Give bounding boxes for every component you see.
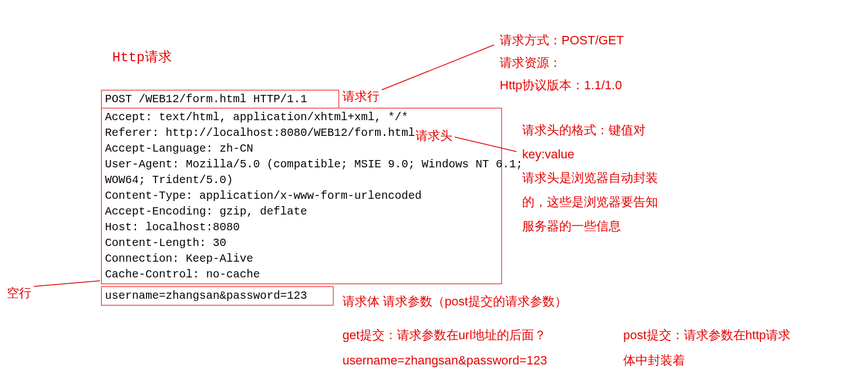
request-body-label: 请求体 请求参数（post提交的请求参数）: [342, 292, 567, 311]
req-method-line2: 请求资源：: [500, 53, 561, 72]
header-fmt-line2: key:value: [522, 145, 574, 163]
request-line-label: 请求行: [342, 87, 380, 106]
http-request-diagram: Http请求 POST /WEB12/form.html HTTP/1.1 请求…: [0, 0, 868, 383]
diagram-title: Http请求: [112, 48, 172, 68]
header-fmt-line1: 请求头的格式：键值对: [522, 121, 646, 139]
get-note-line1: get提交：请求参数在url地址的后面？: [342, 326, 546, 344]
empty-line-label: 空行: [7, 284, 31, 302]
request-line-box: POST /WEB12/form.html HTTP/1.1: [101, 90, 339, 109]
header-fmt-line3: 请求头是浏览器自动封装: [522, 168, 658, 187]
svg-line-2: [34, 281, 100, 286]
header-fmt-line4: 的，这些是浏览器要告知: [522, 193, 658, 211]
header-fmt-line5: 服务器的一些信息: [522, 217, 621, 235]
get-note-line2: username=zhangsan&password=123: [342, 351, 547, 370]
request-body-box: username=zhangsan&password=123: [101, 286, 334, 306]
req-method-line1: 请求方式：POST/GET: [500, 31, 624, 49]
req-method-line3: Http协议版本：1.1/1.0: [500, 76, 622, 94]
svg-line-0: [382, 45, 494, 90]
post-note-line1: post提交：请求参数在http请求: [623, 326, 791, 344]
request-header-label: 请求头: [415, 126, 453, 145]
post-note-line2: 体中封装着: [623, 351, 685, 370]
